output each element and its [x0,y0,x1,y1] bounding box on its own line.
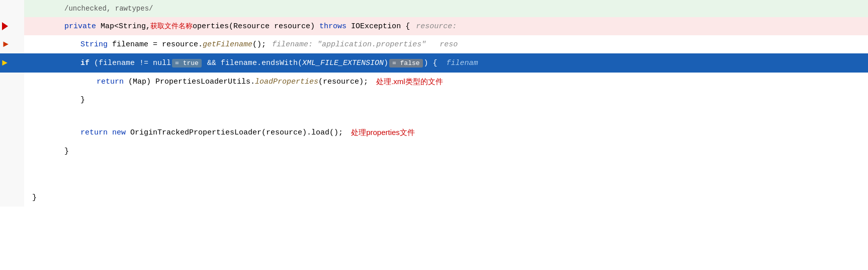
line-5-content: return (Map) PropertiesLoaderUtils. load… [24,73,868,91]
hint-resource: resource: [416,22,457,31]
gutter-3: ► [0,35,24,53]
annotation-text: /unchecked, rawtypes/ [64,5,153,13]
cn-label-properties: 处理properties文件 [351,128,415,138]
line-7-content [24,109,868,123]
kw-if: if [80,59,90,68]
gutter-5 [0,73,24,91]
cast-map: (Map) PropertiesLoaderUtils. [124,78,255,86]
line-if-statement: ► if (filename != null = true && filenam… [0,53,868,73]
close-brace-if: } [80,96,85,104]
code-editor: /unchecked, rawtypes/ private Map<String… [0,0,868,270]
line-8-content: return new OriginTrackedPropertiesLoader… [24,123,868,142]
gutter-7 [0,109,24,123]
cn-label-get-filename: 获取文件名称 [150,22,193,31]
kw-new: new [112,128,126,137]
if-open: (filename != null [90,59,171,68]
gutter-11 [0,174,24,188]
origin-tracked: OriginTrackedPropertiesLoader(resource).… [126,128,343,137]
line-empty-2 [0,160,868,174]
close-brace-method: } [64,147,69,156]
line-12-content: } [24,188,868,207]
line-1-content: /unchecked, rawtypes/ [24,0,868,17]
close-paren: ) [384,59,388,68]
line-close-class: } [0,188,868,207]
close-brace: ) { [424,59,438,68]
properties-method: operties [193,22,229,31]
line-9-content: } [24,142,868,160]
line-return-map: return (Map) PropertiesLoaderUtils. load… [0,73,868,91]
gutter-9 [0,142,24,160]
line-string-filename: ► String filename = resource. getFilenam… [0,35,868,53]
space-new [108,128,112,137]
kw-return-2: return [80,128,108,137]
gutter-12 [0,188,24,207]
method-getfilename: getFilename [203,40,252,49]
code-area: /unchecked, rawtypes/ private Map<String… [0,0,868,207]
gutter-4: ► [0,53,24,73]
line-annotation: /unchecked, rawtypes/ [0,0,868,17]
kw-private: private [64,22,96,31]
resource-param: (Resource resource) [229,22,319,31]
line-2-content: private Map<String, 获取文件名称 operties (Res… [24,17,868,35]
line-3-content: String filename = resource. getFilename … [24,35,868,53]
line-method-signature: private Map<String, 获取文件名称 operties (Res… [0,17,868,35]
gutter-2 [0,17,24,35]
bookmark-icon [2,22,8,30]
ioexception: IOException { [346,22,410,31]
map-string: Map<String, [96,22,150,31]
line-4-content: if (filename != null = true && filename.… [24,53,868,73]
hint-filename: filename: "application.properties" reso [272,40,458,49]
line-6-content: } [24,91,868,109]
line-10-content [24,160,868,174]
line-empty-3 [0,174,868,188]
paren-semi: (); [252,40,266,49]
gutter-8 [0,123,24,142]
kw-return: return [97,78,124,86]
line-close-if: } [0,91,868,109]
gutter-10 [0,160,24,174]
line-return-origin: return new OriginTrackedPropertiesLoader… [0,123,868,142]
badge-false: = false [389,59,423,68]
cn-label-xml: 处理.xml类型的文件 [376,77,443,87]
filename-assign: filename = resource. [108,40,203,49]
gutter-1 [0,0,24,17]
line-empty-1 [0,109,868,123]
close-brace-class: } [32,193,37,202]
line-close-method: } [0,142,868,160]
hint-filenam: filenam [438,59,478,68]
gutter-6 [0,91,24,109]
badge-true: = true [172,59,202,68]
debug-current-icon: ► [2,58,8,68]
line-11-content [24,174,868,188]
kw-throws: throws [319,22,346,31]
method-loadproperties: loadProperties [255,78,318,86]
resource-semi: (resource); [318,78,368,86]
debug-arrow-icon: ► [3,39,9,49]
and-and: && filename.endsWith( [203,59,302,68]
kw-string: String [80,40,108,49]
xml-extension-const: XML_FILE_EXTENSION [302,59,384,68]
